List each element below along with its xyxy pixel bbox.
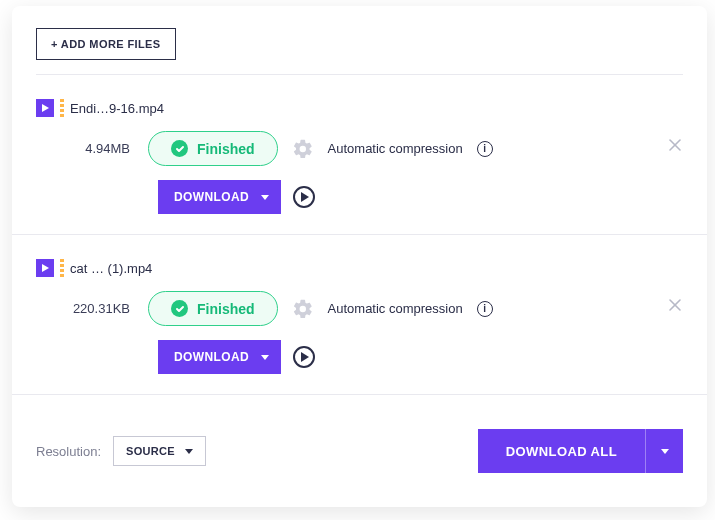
file-name: Endi…9-16.mp4 bbox=[70, 101, 164, 116]
status-text: Finished bbox=[197, 141, 255, 157]
file-size: 220.31KB bbox=[60, 301, 130, 316]
play-icon bbox=[301, 192, 309, 202]
svg-marker-0 bbox=[42, 104, 49, 112]
file-actions: DOWNLOAD bbox=[158, 340, 683, 374]
chevron-down-icon bbox=[261, 195, 269, 200]
gear-icon[interactable] bbox=[292, 138, 314, 160]
file-actions: DOWNLOAD bbox=[158, 180, 683, 214]
play-icon bbox=[301, 352, 309, 362]
resolution-value: SOURCE bbox=[126, 445, 175, 457]
check-icon bbox=[171, 140, 188, 157]
file-item: Endi…9-16.mp4 4.94MB Finished Automatic … bbox=[12, 75, 707, 235]
file-name: cat … (1).mp4 bbox=[70, 261, 152, 276]
download-button[interactable]: DOWNLOAD bbox=[158, 180, 281, 214]
info-icon[interactable]: i bbox=[477, 301, 493, 317]
download-all-button[interactable]: DOWNLOAD ALL bbox=[478, 429, 683, 473]
info-icon[interactable]: i bbox=[477, 141, 493, 157]
remove-button[interactable] bbox=[667, 137, 683, 157]
file-header: cat … (1).mp4 bbox=[36, 259, 683, 277]
file-status-row: 220.31KB Finished Automatic compression … bbox=[60, 291, 683, 326]
film-strip-icon bbox=[60, 259, 64, 277]
file-item: cat … (1).mp4 220.31KB Finished Automati… bbox=[12, 235, 707, 395]
video-icon bbox=[36, 259, 54, 277]
compression-mode: Automatic compression bbox=[328, 301, 463, 316]
resolution-label: Resolution: bbox=[36, 444, 101, 459]
footer-bar: Resolution: SOURCE DOWNLOAD ALL bbox=[12, 395, 707, 501]
resolution-select[interactable]: SOURCE bbox=[113, 436, 206, 466]
chevron-down-icon bbox=[185, 449, 193, 454]
play-button[interactable] bbox=[293, 346, 315, 368]
play-button[interactable] bbox=[293, 186, 315, 208]
check-icon bbox=[171, 300, 188, 317]
svg-marker-3 bbox=[42, 264, 49, 272]
add-more-files-button[interactable]: + ADD MORE FILES bbox=[36, 28, 176, 60]
video-icon bbox=[36, 99, 54, 117]
status-badge: Finished bbox=[148, 291, 278, 326]
download-button-label: DOWNLOAD bbox=[174, 350, 249, 364]
status-text: Finished bbox=[197, 301, 255, 317]
download-button-label: DOWNLOAD bbox=[174, 190, 249, 204]
download-button[interactable]: DOWNLOAD bbox=[158, 340, 281, 374]
compression-panel: + ADD MORE FILES Endi…9-16.mp4 4.94MB Fi… bbox=[12, 6, 707, 507]
gear-icon[interactable] bbox=[292, 298, 314, 320]
top-bar: + ADD MORE FILES bbox=[12, 6, 707, 74]
file-header: Endi…9-16.mp4 bbox=[36, 99, 683, 117]
film-strip-icon bbox=[60, 99, 64, 117]
remove-button[interactable] bbox=[667, 297, 683, 317]
status-badge: Finished bbox=[148, 131, 278, 166]
download-all-dropdown[interactable] bbox=[645, 429, 683, 473]
compression-mode: Automatic compression bbox=[328, 141, 463, 156]
file-size: 4.94MB bbox=[60, 141, 130, 156]
chevron-down-icon bbox=[661, 449, 669, 454]
file-status-row: 4.94MB Finished Automatic compression i bbox=[60, 131, 683, 166]
chevron-down-icon bbox=[261, 355, 269, 360]
download-all-label: DOWNLOAD ALL bbox=[478, 429, 645, 473]
